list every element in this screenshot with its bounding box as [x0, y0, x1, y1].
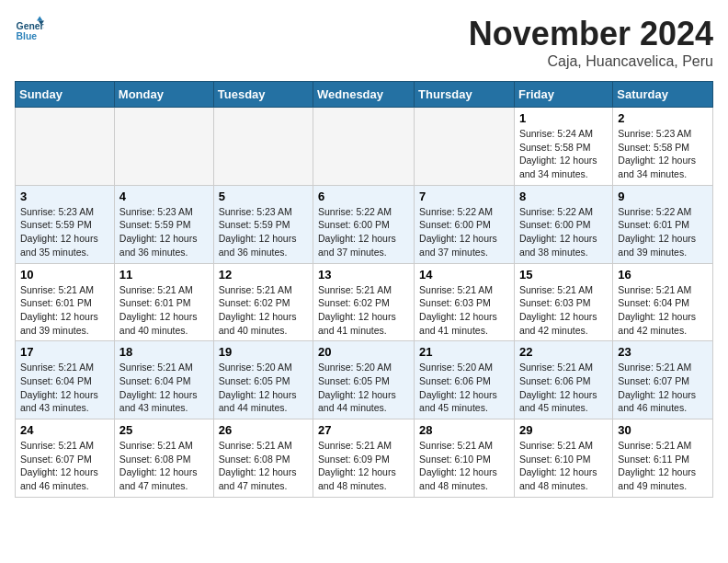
day-cell: 2Sunrise: 5:23 AM Sunset: 5:58 PM Daylig…	[613, 108, 713, 186]
svg-text:Blue: Blue	[17, 31, 38, 41]
day-info: Sunrise: 5:22 AM Sunset: 6:00 PM Dayligh…	[519, 205, 608, 259]
day-cell: 4Sunrise: 5:23 AM Sunset: 5:59 PM Daylig…	[114, 185, 213, 263]
day-number: 24	[20, 423, 109, 437]
day-number: 3	[20, 190, 109, 203]
day-info: Sunrise: 5:20 AM Sunset: 6:06 PM Dayligh…	[419, 361, 509, 415]
logo-icon: General Blue	[15, 15, 44, 44]
day-cell	[213, 108, 313, 186]
week-row-2: 3Sunrise: 5:23 AM Sunset: 5:59 PM Daylig…	[16, 185, 713, 263]
calendar-table: SundayMondayTuesdayWednesdayThursdayFrid…	[15, 81, 713, 498]
weekday-saturday: Saturday	[613, 82, 713, 108]
day-number: 7	[419, 190, 509, 203]
day-cell	[313, 108, 415, 186]
day-cell	[16, 108, 115, 186]
day-info: Sunrise: 5:23 AM Sunset: 5:59 PM Dayligh…	[219, 205, 308, 259]
day-info: Sunrise: 5:21 AM Sunset: 6:04 PM Dayligh…	[20, 361, 109, 415]
location-title: Caja, Huancavelica, Peru	[469, 53, 713, 70]
day-number: 2	[618, 111, 708, 125]
day-info: Sunrise: 5:21 AM Sunset: 6:08 PM Dayligh…	[219, 439, 308, 493]
day-info: Sunrise: 5:20 AM Sunset: 6:05 PM Dayligh…	[318, 361, 409, 415]
day-cell: 27Sunrise: 5:21 AM Sunset: 6:09 PM Dayli…	[313, 419, 415, 498]
day-cell: 3Sunrise: 5:23 AM Sunset: 5:59 PM Daylig…	[16, 185, 115, 263]
day-info: Sunrise: 5:21 AM Sunset: 6:09 PM Dayligh…	[318, 439, 409, 493]
day-info: Sunrise: 5:21 AM Sunset: 6:02 PM Dayligh…	[318, 283, 409, 338]
day-number: 13	[318, 268, 409, 282]
day-cell: 22Sunrise: 5:21 AM Sunset: 6:06 PM Dayli…	[514, 341, 612, 419]
week-row-5: 24Sunrise: 5:21 AM Sunset: 6:07 PM Dayli…	[16, 419, 713, 498]
day-info: Sunrise: 5:23 AM Sunset: 5:59 PM Dayligh…	[20, 205, 109, 259]
day-number: 18	[119, 345, 209, 359]
day-cell: 13Sunrise: 5:21 AM Sunset: 6:02 PM Dayli…	[313, 263, 415, 341]
day-number: 17	[20, 345, 109, 359]
day-info: Sunrise: 5:22 AM Sunset: 6:01 PM Dayligh…	[618, 205, 708, 259]
day-cell: 17Sunrise: 5:21 AM Sunset: 6:04 PM Dayli…	[16, 341, 115, 419]
weekday-monday: Monday	[114, 82, 213, 108]
day-number: 8	[519, 190, 608, 203]
day-info: Sunrise: 5:21 AM Sunset: 6:06 PM Dayligh…	[519, 361, 608, 415]
day-number: 1	[519, 111, 608, 125]
day-cell: 20Sunrise: 5:20 AM Sunset: 6:05 PM Dayli…	[313, 341, 415, 419]
day-cell: 25Sunrise: 5:21 AM Sunset: 6:08 PM Dayli…	[114, 419, 213, 498]
day-info: Sunrise: 5:21 AM Sunset: 6:10 PM Dayligh…	[519, 439, 608, 493]
day-cell: 16Sunrise: 5:21 AM Sunset: 6:04 PM Dayli…	[613, 263, 713, 341]
day-cell: 9Sunrise: 5:22 AM Sunset: 6:01 PM Daylig…	[613, 185, 713, 263]
day-number: 15	[519, 268, 608, 282]
weekday-friday: Friday	[514, 82, 612, 108]
weekday-sunday: Sunday	[16, 82, 115, 108]
day-cell: 11Sunrise: 5:21 AM Sunset: 6:01 PM Dayli…	[114, 263, 213, 341]
day-info: Sunrise: 5:21 AM Sunset: 6:01 PM Dayligh…	[20, 283, 109, 338]
day-number: 10	[20, 268, 109, 282]
day-cell: 15Sunrise: 5:21 AM Sunset: 6:03 PM Dayli…	[514, 263, 612, 341]
weekday-header: SundayMondayTuesdayWednesdayThursdayFrid…	[16, 82, 713, 108]
day-number: 25	[119, 423, 209, 437]
day-info: Sunrise: 5:22 AM Sunset: 6:00 PM Dayligh…	[318, 205, 409, 259]
logo: General Blue	[15, 15, 44, 44]
day-number: 27	[318, 423, 409, 437]
day-cell: 19Sunrise: 5:20 AM Sunset: 6:05 PM Dayli…	[213, 341, 313, 419]
day-cell: 21Sunrise: 5:20 AM Sunset: 6:06 PM Dayli…	[415, 341, 515, 419]
day-number: 22	[519, 345, 608, 359]
month-title: November 2024	[469, 15, 713, 53]
day-cell: 28Sunrise: 5:21 AM Sunset: 6:10 PM Dayli…	[415, 419, 515, 498]
day-info: Sunrise: 5:21 AM Sunset: 6:02 PM Dayligh…	[219, 283, 308, 338]
day-info: Sunrise: 5:24 AM Sunset: 5:58 PM Dayligh…	[519, 127, 608, 181]
day-info: Sunrise: 5:21 AM Sunset: 6:04 PM Dayligh…	[119, 361, 209, 415]
day-number: 11	[119, 268, 209, 282]
day-info: Sunrise: 5:21 AM Sunset: 6:11 PM Dayligh…	[618, 439, 708, 493]
day-cell: 18Sunrise: 5:21 AM Sunset: 6:04 PM Dayli…	[114, 341, 213, 419]
day-number: 29	[519, 423, 608, 437]
day-cell: 7Sunrise: 5:22 AM Sunset: 6:00 PM Daylig…	[415, 185, 515, 263]
day-info: Sunrise: 5:21 AM Sunset: 6:10 PM Dayligh…	[419, 439, 509, 493]
day-cell: 30Sunrise: 5:21 AM Sunset: 6:11 PM Dayli…	[613, 419, 713, 498]
day-info: Sunrise: 5:23 AM Sunset: 5:58 PM Dayligh…	[618, 127, 708, 181]
day-info: Sunrise: 5:21 AM Sunset: 6:07 PM Dayligh…	[618, 361, 708, 415]
day-info: Sunrise: 5:21 AM Sunset: 6:04 PM Dayligh…	[618, 283, 708, 338]
week-row-1: 1Sunrise: 5:24 AM Sunset: 5:58 PM Daylig…	[16, 108, 713, 186]
day-cell	[415, 108, 515, 186]
svg-marker-2	[37, 17, 42, 21]
day-cell	[114, 108, 213, 186]
calendar-body: 1Sunrise: 5:24 AM Sunset: 5:58 PM Daylig…	[16, 108, 713, 498]
day-number: 12	[219, 268, 308, 282]
day-number: 9	[618, 190, 708, 203]
day-number: 20	[318, 345, 409, 359]
day-number: 19	[219, 345, 308, 359]
weekday-thursday: Thursday	[415, 82, 515, 108]
day-info: Sunrise: 5:23 AM Sunset: 5:59 PM Dayligh…	[119, 205, 209, 259]
day-number: 4	[119, 190, 209, 203]
day-cell: 6Sunrise: 5:22 AM Sunset: 6:00 PM Daylig…	[313, 185, 415, 263]
day-cell: 5Sunrise: 5:23 AM Sunset: 5:59 PM Daylig…	[213, 185, 313, 263]
day-cell: 14Sunrise: 5:21 AM Sunset: 6:03 PM Dayli…	[415, 263, 515, 341]
day-number: 30	[618, 423, 708, 437]
day-info: Sunrise: 5:22 AM Sunset: 6:00 PM Dayligh…	[419, 205, 509, 259]
day-info: Sunrise: 5:21 AM Sunset: 6:01 PM Dayligh…	[119, 283, 209, 338]
day-cell: 12Sunrise: 5:21 AM Sunset: 6:02 PM Dayli…	[213, 263, 313, 341]
day-number: 14	[419, 268, 509, 282]
weekday-tuesday: Tuesday	[213, 82, 313, 108]
day-cell: 29Sunrise: 5:21 AM Sunset: 6:10 PM Dayli…	[514, 419, 612, 498]
week-row-3: 10Sunrise: 5:21 AM Sunset: 6:01 PM Dayli…	[16, 263, 713, 341]
day-info: Sunrise: 5:21 AM Sunset: 6:03 PM Dayligh…	[419, 283, 509, 338]
day-number: 23	[618, 345, 708, 359]
title-area: November 2024 Caja, Huancavelica, Peru	[469, 15, 713, 70]
day-info: Sunrise: 5:20 AM Sunset: 6:05 PM Dayligh…	[219, 361, 308, 415]
